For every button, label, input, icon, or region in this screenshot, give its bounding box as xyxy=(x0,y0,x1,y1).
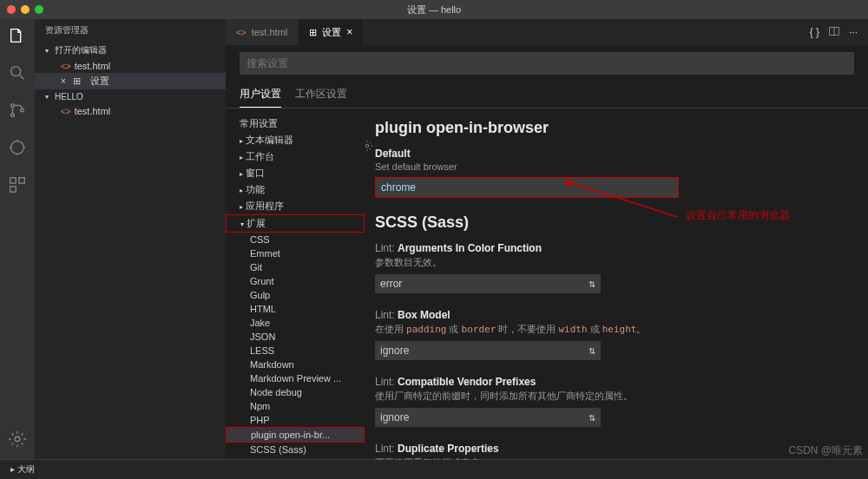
minimize-window-icon[interactable] xyxy=(21,5,30,14)
extensions-icon[interactable] xyxy=(8,175,27,197)
toc-window[interactable]: 窗口 xyxy=(226,165,365,181)
window-title: 设置 — hello xyxy=(407,3,461,16)
search-icon[interactable] xyxy=(8,63,27,85)
settings-file-icon: ⊞ xyxy=(309,27,317,38)
settings-detail: plugin open-in-browser Default Set defau… xyxy=(365,108,868,460)
section-scss-title: SCSS (Sass) xyxy=(375,213,847,232)
lint-select[interactable]: error xyxy=(375,274,601,293)
toc-common[interactable]: 常用设置 xyxy=(226,115,365,132)
html-file-icon: <> xyxy=(61,62,71,71)
default-browser-input[interactable] xyxy=(375,177,679,198)
window-controls xyxy=(0,5,43,14)
lint-select[interactable]: ignore xyxy=(375,341,601,360)
toc-ext-item[interactable]: SCSS (Sass) xyxy=(226,443,365,456)
settings-search-input[interactable] xyxy=(240,52,854,75)
maximize-window-icon[interactable] xyxy=(35,5,43,14)
toc-ext-item[interactable]: PHP xyxy=(226,413,365,427)
outline-section[interactable]: ▸ 大纲 xyxy=(0,459,868,479)
titlebar: 设置 — hello xyxy=(0,0,868,19)
editor-area: <>test.html ⊞设置× { } ··· 用户设置 工作区设置 常用设置… xyxy=(226,19,868,460)
sidebar-title: 资源管理器 xyxy=(35,19,226,42)
toc-ext-item[interactable]: Grunt xyxy=(226,274,365,288)
braces-icon[interactable]: { } xyxy=(810,26,819,38)
settings-scope-tabs: 用户设置 工作区设置 xyxy=(226,82,868,108)
editor-tabs: <>test.html ⊞设置× { } ··· xyxy=(226,19,868,45)
toc-ext-item[interactable]: Gulp xyxy=(226,288,365,302)
toc-ext-item[interactable]: plugin open-in-br... xyxy=(226,427,365,443)
toc-ext-item[interactable]: CSS xyxy=(226,233,365,246)
tab-test-html[interactable]: <>test.html xyxy=(226,19,299,45)
scope-user[interactable]: 用户设置 xyxy=(240,82,281,108)
debug-icon[interactable] xyxy=(8,138,27,160)
html-file-icon: <> xyxy=(236,28,247,37)
toc-text-editor[interactable]: 文本编辑器 xyxy=(226,132,365,148)
svg-point-4 xyxy=(11,141,24,154)
svg-point-3 xyxy=(21,108,24,112)
settings-gear-icon[interactable] xyxy=(8,430,27,451)
lint-desc: 使用厂商特定的前缀时，同时添加所有其他厂商特定的属性。 xyxy=(375,390,847,403)
scope-workspace[interactable]: 工作区设置 xyxy=(295,82,347,108)
toc-ext-item[interactable]: Markdown Preview ... xyxy=(226,371,365,385)
toc-ext-item[interactable]: LESS xyxy=(226,344,365,358)
toc-ext-item[interactable]: HTML xyxy=(226,302,365,316)
lint-desc: 在使用 padding 或 border 时，不要使用 width 或 heig… xyxy=(375,323,847,336)
lint-label: Lint: Duplicate Properties xyxy=(375,443,847,455)
setting-default-label: Default xyxy=(375,148,847,160)
toc-ext-item[interactable]: Jake xyxy=(226,316,365,330)
open-editor-item[interactable]: ×⊞ 设置 xyxy=(35,73,226,89)
source-control-icon[interactable] xyxy=(8,101,27,122)
toc-extensions[interactable]: 扩展 xyxy=(226,214,365,233)
toc-workbench[interactable]: 工作台 xyxy=(226,148,365,165)
tab-settings[interactable]: ⊞设置× xyxy=(299,19,364,45)
lint-desc: 不要使用重复的样式定义。 xyxy=(375,456,847,460)
split-editor-icon[interactable] xyxy=(828,25,840,40)
lint-select[interactable]: ignore xyxy=(375,408,601,427)
svg-rect-6 xyxy=(19,178,24,183)
close-icon[interactable]: × xyxy=(61,76,66,86)
file-item[interactable]: <>test.html xyxy=(35,104,226,118)
close-tab-icon[interactable]: × xyxy=(346,26,352,38)
close-window-icon[interactable] xyxy=(7,5,16,14)
more-icon[interactable]: ··· xyxy=(849,26,858,38)
open-editor-item[interactable]: <>test.html xyxy=(35,59,226,73)
svg-point-1 xyxy=(11,104,15,108)
svg-point-10 xyxy=(365,144,369,148)
svg-point-0 xyxy=(11,67,21,76)
toc-ext-item[interactable]: Git xyxy=(226,260,365,274)
toc-ext-item[interactable]: Node debug xyxy=(226,385,365,399)
open-editors-section[interactable]: 打开的编辑器 xyxy=(35,42,226,59)
svg-point-8 xyxy=(15,436,20,442)
toc-ext-item[interactable]: Markdown xyxy=(226,358,365,371)
html-file-icon: <> xyxy=(61,107,71,116)
section-plugin-title: plugin open-in-browser xyxy=(375,119,847,137)
lint-label: Lint: Arguments In Color Function xyxy=(375,242,847,254)
lint-desc: 参数数目无效。 xyxy=(375,256,847,269)
toc-ext-item[interactable]: Npm xyxy=(226,399,365,413)
settings-file-icon: ⊞ xyxy=(73,75,81,87)
toc-application[interactable]: 应用程序 xyxy=(226,198,365,214)
settings-toc: 常用设置 文本编辑器 工作台 窗口 功能 应用程序 扩展 CSSEmmetGit… xyxy=(226,108,365,460)
setting-gear-icon[interactable] xyxy=(365,140,373,154)
svg-point-2 xyxy=(11,114,15,117)
lint-label: Lint: Compatible Vendor Prefixes xyxy=(375,376,847,388)
setting-default-desc: Set default browser xyxy=(375,161,847,172)
svg-rect-5 xyxy=(10,178,16,183)
toc-ext-item[interactable]: JSON xyxy=(226,330,365,344)
activity-bar xyxy=(0,19,35,460)
watermark: CSDN @唯元素 xyxy=(788,443,863,458)
toc-ext-item[interactable]: Emmet xyxy=(226,246,365,260)
sidebar: 资源管理器 打开的编辑器 <>test.html ×⊞ 设置 HELLO <>t… xyxy=(35,19,226,460)
explorer-icon[interactable] xyxy=(8,26,27,48)
svg-rect-7 xyxy=(10,187,16,192)
folder-section[interactable]: HELLO xyxy=(35,89,226,104)
toc-features[interactable]: 功能 xyxy=(226,181,365,198)
lint-label: Lint: Box Model xyxy=(375,309,847,321)
